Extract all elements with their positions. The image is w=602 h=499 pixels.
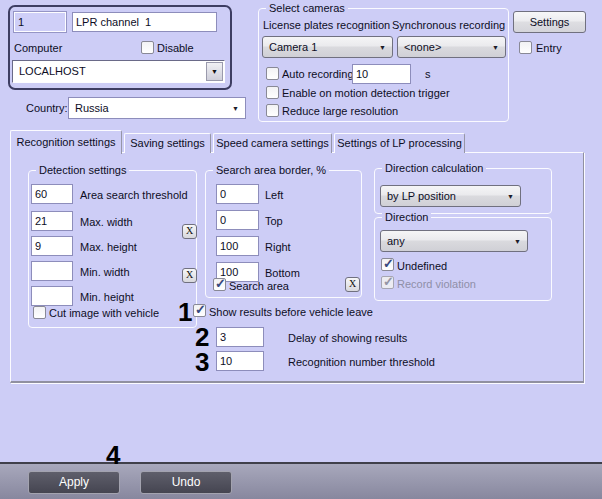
tab-speed-camera-settings[interactable]: Speed camera settings	[213, 133, 332, 153]
direction-value: any	[387, 235, 405, 247]
search-area-label: Search area	[229, 280, 289, 293]
motion-trigger-label: Enable on motion detection trigger	[282, 87, 450, 100]
border-right-input[interactable]	[216, 236, 259, 256]
sync-recording-value: <none>	[404, 41, 441, 53]
entry-label: Entry	[536, 42, 562, 55]
undefined-checkbox[interactable]	[381, 258, 394, 271]
auto-recording-duration-input[interactable]	[352, 64, 411, 84]
threshold-input[interactable]	[216, 351, 264, 371]
direction-calculation-select[interactable]: by LP position ▼	[380, 185, 521, 207]
area-search-threshold-input[interactable]	[31, 184, 73, 204]
lpr-camera-label: License plates recognition	[263, 19, 390, 32]
border-left-input[interactable]	[216, 184, 259, 204]
channel-id-input[interactable]	[14, 12, 66, 32]
clear-search-area-button[interactable]: X	[345, 277, 360, 292]
chevron-down-icon: ▼	[232, 105, 239, 113]
min-height-label: Min. height	[80, 291, 134, 304]
country-label: Country:	[26, 102, 68, 115]
direction-calculation-title: Direction calculation	[382, 162, 486, 174]
threshold-label: Recognition number threshold	[288, 356, 435, 369]
border-right-label: Right	[265, 241, 291, 254]
direction-select[interactable]: any ▼	[380, 230, 528, 252]
motion-trigger-checkbox[interactable]	[266, 86, 279, 99]
lpr-camera-value: Camera 1	[269, 41, 317, 53]
undo-button-label: Undo	[172, 475, 201, 489]
max-width-input[interactable]	[31, 211, 73, 231]
min-width-label: Min. width	[80, 266, 130, 279]
show-results-checkbox[interactable]	[193, 304, 206, 317]
computer-label: Computer	[14, 42, 62, 55]
lpr-settings-dialog: Computer Disable LOCALHOST ▼ Country: Ru…	[0, 0, 602, 499]
direction-title: Direction	[382, 211, 431, 223]
settings-button[interactable]: Settings	[513, 11, 586, 33]
reduce-resolution-checkbox[interactable]	[266, 104, 279, 117]
seconds-label: s	[425, 68, 431, 81]
max-height-label: Max. height	[80, 241, 137, 254]
border-bottom-label: Bottom	[265, 267, 300, 280]
chevron-down-icon: ▼	[379, 44, 386, 52]
computer-select-value: LOCALHOST	[19, 65, 86, 77]
apply-button[interactable]: Apply	[28, 471, 120, 494]
annotation-3: 3	[195, 349, 209, 375]
disable-label: Disable	[157, 42, 194, 55]
border-top-label: Top	[265, 215, 283, 228]
footer-bar: Apply Undo	[0, 462, 602, 499]
chevron-down-icon: ▼	[492, 44, 499, 52]
search-area-checkbox[interactable]	[213, 278, 226, 291]
chevron-down-icon[interactable]: ▼	[206, 62, 223, 81]
auto-recording-checkbox[interactable]	[266, 67, 279, 80]
direction-calculation-value: by LP position	[387, 190, 456, 202]
entry-checkbox[interactable]	[519, 41, 532, 54]
cut-image-label: Cut image with vehicle	[49, 307, 159, 320]
detection-settings-title: Detection settings	[36, 164, 129, 176]
max-width-label: Max. width	[80, 216, 133, 229]
country-select-value: Russia	[75, 102, 109, 114]
tab-lp-processing-settings[interactable]: Settings of LP processing	[334, 133, 465, 153]
cut-image-checkbox[interactable]	[33, 306, 46, 319]
reduce-resolution-label: Reduce large resolution	[282, 105, 398, 118]
area-search-threshold-label: Area search threshold	[80, 189, 188, 202]
apply-button-label: Apply	[59, 475, 89, 489]
tab-saving-settings[interactable]: Saving settings	[124, 133, 211, 153]
record-violation-checkbox	[381, 276, 394, 289]
tab-recognition-settings[interactable]: Recognition settings	[10, 130, 122, 154]
chevron-down-icon: ▼	[507, 193, 514, 201]
channel-name-input[interactable]	[72, 12, 217, 32]
max-height-input[interactable]	[31, 236, 73, 256]
chevron-down-icon: ▼	[514, 238, 521, 246]
undo-button[interactable]: Undo	[140, 471, 232, 494]
disable-checkbox[interactable]	[141, 41, 154, 54]
computer-select[interactable]: LOCALHOST ▼	[12, 60, 225, 83]
sync-recording-label: Synchronous recording	[392, 19, 505, 32]
country-select[interactable]: Russia ▼	[68, 97, 246, 119]
annotation-1: 1	[178, 299, 192, 325]
min-width-input[interactable]	[31, 261, 73, 281]
sync-recording-select[interactable]: <none> ▼	[397, 36, 506, 58]
annotation-4: 4	[106, 442, 120, 468]
border-top-input[interactable]	[216, 210, 259, 230]
undefined-label: Undefined	[397, 260, 447, 273]
auto-recording-label: Auto recording	[282, 68, 354, 81]
lpr-camera-select[interactable]: Camera 1 ▼	[262, 36, 393, 58]
clear-max-size-button[interactable]: X	[182, 224, 197, 239]
delay-input[interactable]	[216, 327, 264, 347]
search-area-title: Search area border, %	[213, 164, 329, 176]
border-left-label: Left	[265, 189, 283, 202]
min-height-input[interactable]	[31, 286, 73, 306]
show-results-label: Show results before vehicle leave	[209, 306, 373, 319]
select-cameras-title: Select cameras	[266, 2, 348, 14]
record-violation-label: Record violation	[397, 278, 476, 291]
delay-label: Delay of showing results	[288, 332, 407, 345]
clear-min-size-button[interactable]: X	[182, 268, 197, 283]
